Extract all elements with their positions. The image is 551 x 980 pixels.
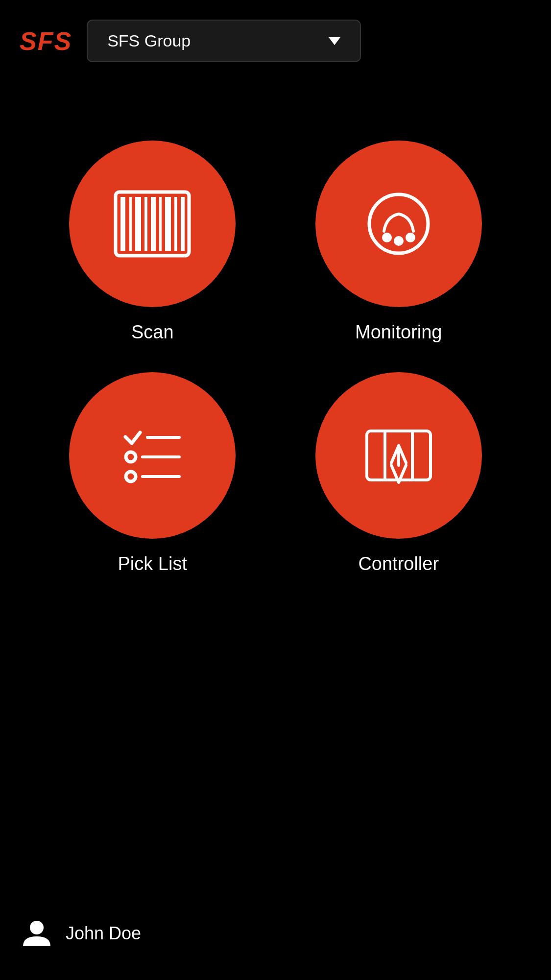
main-menu-grid: Scan Monitoring bbox=[0, 101, 551, 574]
svg-rect-2 bbox=[135, 197, 141, 251]
svg-rect-6 bbox=[165, 197, 171, 251]
group-selector[interactable]: SFS Group bbox=[87, 20, 361, 62]
svg-point-13 bbox=[407, 234, 414, 241]
menu-item-pick-list[interactable]: Pick List bbox=[39, 372, 266, 574]
user-name: John Doe bbox=[66, 923, 141, 944]
svg-rect-5 bbox=[159, 197, 162, 251]
app-logo: SFS bbox=[20, 26, 72, 56]
group-selector-text: SFS Group bbox=[107, 31, 191, 50]
svg-rect-3 bbox=[144, 197, 147, 251]
svg-rect-7 bbox=[174, 197, 177, 251]
svg-point-23 bbox=[30, 921, 44, 934]
user-avatar bbox=[20, 916, 54, 951]
pick-list-button[interactable] bbox=[69, 372, 236, 539]
controller-label: Controller bbox=[358, 553, 439, 574]
menu-item-monitoring[interactable]: Monitoring bbox=[286, 141, 512, 343]
svg-rect-4 bbox=[151, 197, 156, 251]
scan-button[interactable] bbox=[69, 141, 236, 307]
monitoring-icon bbox=[359, 185, 438, 263]
person-icon bbox=[21, 918, 52, 949]
svg-point-15 bbox=[126, 452, 136, 462]
footer: John Doe bbox=[20, 916, 141, 951]
controller-icon bbox=[359, 416, 438, 495]
svg-point-11 bbox=[383, 234, 390, 241]
svg-point-12 bbox=[395, 238, 402, 244]
pick-list-icon bbox=[113, 416, 192, 495]
monitoring-button[interactable] bbox=[315, 141, 482, 307]
monitoring-label: Monitoring bbox=[355, 322, 442, 343]
menu-item-controller[interactable]: Controller bbox=[286, 372, 512, 574]
svg-rect-0 bbox=[120, 197, 125, 251]
scan-label: Scan bbox=[131, 322, 174, 343]
controller-button[interactable] bbox=[315, 372, 482, 539]
svg-rect-1 bbox=[129, 197, 132, 251]
pick-list-label: Pick List bbox=[118, 553, 187, 574]
barcode-icon bbox=[113, 185, 192, 263]
menu-item-scan[interactable]: Scan bbox=[39, 141, 266, 343]
header: SFS SFS Group bbox=[0, 0, 551, 72]
svg-point-17 bbox=[126, 472, 136, 481]
chevron-down-icon bbox=[329, 37, 340, 45]
svg-rect-8 bbox=[181, 197, 185, 251]
